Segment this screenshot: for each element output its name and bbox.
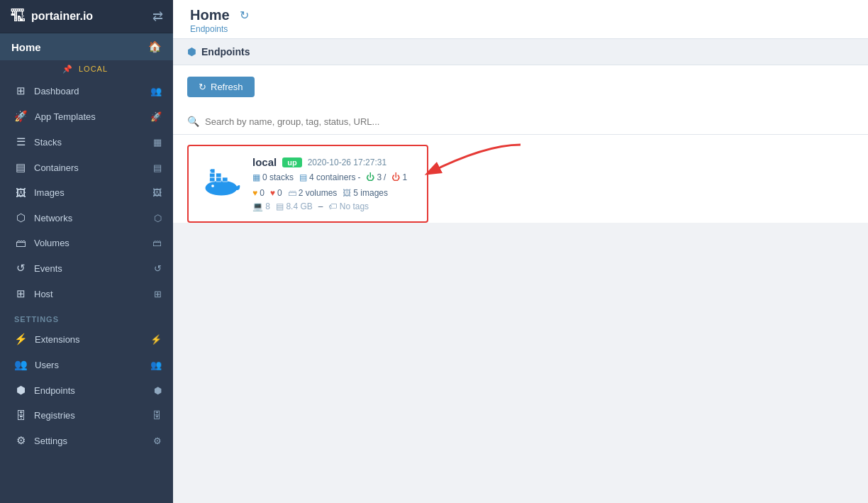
endpoint-stats: ▦ 0 stacks ▤ 4 containers - ⏻ 3 (252, 172, 416, 198)
sidebar-item-events[interactable]: ↺ Events ↺ (0, 255, 173, 281)
running-stat: ⏻ 3 / (366, 172, 386, 182)
endpoint-card[interactable]: local up 2020-10-26 17:27:31 ▦ 0 stacks … (187, 145, 428, 223)
registries-icon-right: 🗄 (152, 410, 162, 421)
images-stat-icon: 🖼 (343, 188, 351, 198)
search-bar: 🔍 (173, 109, 868, 135)
local-label: 📌 LOCAL (0, 60, 173, 78)
networks-icon-right: ⬡ (154, 213, 162, 223)
sidebar-logo: 🏗 portainer.io ⇄ (0, 0, 173, 33)
sidebar-item-stacks[interactable]: ☰ Stacks ▦ (0, 129, 173, 155)
panel-header: ⬢ Endpoints (173, 39, 868, 65)
healthy-icon: ♥ (252, 188, 257, 198)
svg-point-0 (206, 181, 238, 196)
sidebar-item-label: Extensions (35, 334, 150, 345)
sidebar-item-app-templates[interactable]: 🚀 App Templates 🚀 (0, 104, 173, 129)
sidebar-home[interactable]: Home 🏠 (0, 33, 173, 60)
sidebar-item-label: Dashboard (34, 86, 150, 96)
sidebar-item-networks[interactable]: ⬡ Networks ⬡ (0, 205, 173, 231)
extensions-icon-right: ⚡ (150, 334, 162, 345)
search-input[interactable] (205, 116, 854, 127)
refresh-button[interactable]: ↻ Refresh (187, 77, 255, 97)
logo-icon: 🏗 (10, 7, 26, 26)
users-icon-right: 👥 (150, 360, 162, 370)
local-pin-icon: 📌 (62, 65, 73, 73)
sidebar-item-containers[interactable]: ▤ Containers ▤ (0, 155, 173, 180)
svg-rect-3 (216, 177, 222, 182)
images-icon: 🖼 (14, 187, 27, 199)
svg-rect-4 (223, 177, 228, 182)
topbar-refresh-icon[interactable]: ↻ (240, 9, 249, 22)
sidebar-item-label: Containers (34, 162, 153, 173)
sidebar-item-volumes[interactable]: 🗃 Volumes 🗃 (0, 231, 173, 255)
settings-heading: SETTINGS (0, 306, 173, 326)
status-badge: up (282, 157, 301, 167)
sidebar-item-label: Networks (34, 213, 154, 223)
extensions-icon: ⚡ (14, 333, 28, 346)
registries-icon: 🗄 (14, 409, 27, 421)
tags-stat: 🏷 No tags (328, 201, 369, 211)
transfer-icon[interactable]: ⇄ (152, 9, 163, 24)
topbar: Home ↻ Endpoints (173, 0, 868, 39)
cpu-stat: 💻 8 (252, 201, 270, 211)
endpoint-date: 2020-10-26 17:27:31 (308, 157, 386, 167)
app-templates-icon: 🚀 (14, 110, 28, 123)
stopped-stat: ⏻ 1 (391, 172, 407, 182)
sidebar-item-label: Stacks (34, 137, 153, 148)
panel-header-icon: ⬢ (187, 46, 196, 57)
cpu-icon: 💻 (252, 201, 263, 211)
containers-icon: ▤ (14, 161, 27, 174)
stacks-stat: ▦ 0 stacks (252, 172, 294, 182)
svg-rect-5 (210, 173, 216, 177)
dashboard-icon: ⊞ (14, 84, 27, 97)
endpoint-name-row: local up 2020-10-26 17:27:31 (252, 156, 416, 168)
sidebar-item-extensions[interactable]: ⚡ Extensions ⚡ (0, 326, 173, 352)
settings-icon: ⚙ (14, 434, 27, 447)
home-icon: 🏠 (148, 40, 162, 53)
svg-point-1 (211, 184, 214, 187)
sidebar-item-label: Settings (34, 436, 153, 446)
tag-icon: 🏷 (328, 201, 337, 211)
sidebar-item-dashboard[interactable]: ⊞ Dashboard 👥 (0, 78, 173, 104)
endpoint-meta: 💻 8 ▤ 8.4 GB – 🏷 No tags (252, 201, 416, 211)
sidebar: 🏗 portainer.io ⇄ Home 🏠 📌 LOCAL ⊞ Dashbo… (0, 0, 173, 503)
host-icon: ⊞ (14, 287, 27, 300)
users-icon: 👥 (14, 358, 28, 371)
healthy-stat: ♥ 0 (252, 188, 265, 198)
volumes-icon-right: 🗃 (152, 238, 162, 248)
sidebar-item-endpoints[interactable]: ⬢ Endpoints ⬢ (0, 377, 173, 403)
sidebar-item-images[interactable]: 🖼 Images 🖼 (0, 180, 173, 205)
containers-stat: ▤ 4 containers - (299, 172, 360, 182)
refresh-btn-label: Refresh (211, 82, 243, 92)
app-templates-icon-right: 🚀 (150, 111, 162, 122)
events-icon: ↺ (14, 262, 27, 275)
host-icon-right: ⊞ (154, 289, 162, 299)
images-stat: 🖼 5 images (343, 188, 388, 198)
running-icon: ⏻ (366, 172, 374, 182)
sidebar-item-label: Registries (34, 410, 152, 421)
refresh-btn-icon: ↻ (199, 82, 206, 92)
search-icon: 🔍 (187, 116, 199, 127)
sidebar-item-label: Host (34, 289, 154, 299)
home-label: Home (11, 41, 41, 53)
svg-rect-6 (216, 173, 222, 177)
unhealthy-stat: ♥ 0 (270, 188, 282, 198)
stacks-icon: ▦ (252, 172, 260, 182)
volumes-stat: 🗃 2 volumes (288, 188, 338, 198)
endpoints-icon-right: ⬢ (154, 385, 162, 396)
stacks-icon: ☰ (14, 136, 27, 148)
sidebar-item-label: App Templates (35, 111, 150, 122)
endpoint-info: local up 2020-10-26 17:27:31 ▦ 0 stacks … (252, 156, 416, 211)
containers-stat-icon: ▤ (299, 172, 307, 182)
containers-icon-right: ▤ (153, 162, 162, 173)
events-icon-right: ↺ (154, 263, 162, 274)
volumes-icon: 🗃 (14, 237, 27, 249)
sidebar-item-label: Events (34, 263, 154, 274)
sidebar-item-registries[interactable]: 🗄 Registries 🗄 (0, 403, 173, 428)
sidebar-item-host[interactable]: ⊞ Host ⊞ (0, 281, 173, 306)
memory-icon: ▤ (276, 201, 284, 211)
sidebar-item-settings[interactable]: ⚙ Settings ⚙ (0, 428, 173, 453)
docker-logo (200, 167, 243, 201)
main-content: Home ↻ Endpoints ⬢ Endpoints ↻ Refresh 🔍 (173, 0, 868, 503)
sidebar-item-label: Volumes (34, 238, 152, 248)
sidebar-item-users[interactable]: 👥 Users 👥 (0, 352, 173, 377)
